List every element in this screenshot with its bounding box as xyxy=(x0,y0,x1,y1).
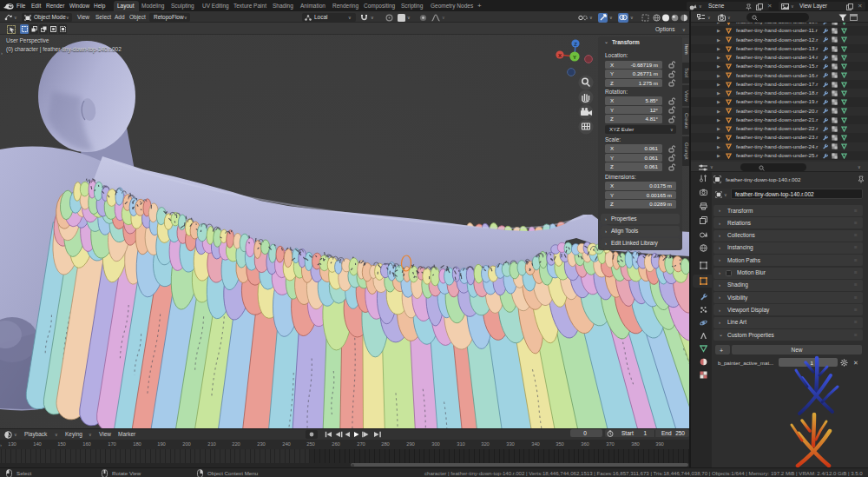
svg-text:X: X xyxy=(558,53,562,58)
svg-text:Y: Y xyxy=(573,55,576,60)
svg-text:Z: Z xyxy=(574,42,577,47)
